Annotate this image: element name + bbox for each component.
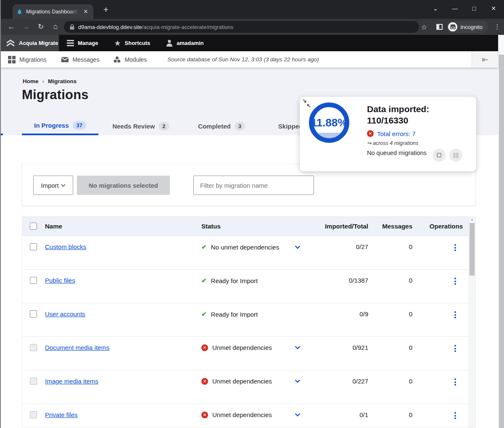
progress-ring: 11.88% bbox=[309, 102, 349, 143]
breadcrumb-current: Migrations bbox=[48, 78, 77, 84]
row-checkbox[interactable] bbox=[30, 344, 37, 351]
drupal-favicon-icon bbox=[16, 8, 23, 15]
imported-total-value: 0/227 bbox=[317, 378, 368, 385]
migration-link[interactable]: Custom blocks bbox=[45, 243, 86, 250]
operations-kebab-icon[interactable] bbox=[452, 277, 459, 286]
new-tab-button[interactable]: + bbox=[100, 5, 112, 15]
migration-link[interactable]: Private files bbox=[45, 411, 78, 418]
error-circle-icon: ✕ bbox=[367, 130, 374, 137]
import-progress-overlay: ↘ ↖ 11.88% Data imported: 110/16330 ✕ To… bbox=[300, 97, 476, 171]
tab-search-icon[interactable]: ⌄ bbox=[426, 5, 445, 12]
migration-link[interactable]: Image media items bbox=[45, 378, 98, 385]
browser-tab[interactable]: Migrations Dashboard | example ✕ bbox=[13, 4, 93, 19]
status-text: Ready for Import bbox=[211, 311, 258, 318]
grid-icon bbox=[8, 56, 16, 63]
nav-messages[interactable]: Messages bbox=[54, 56, 107, 63]
lock-icon[interactable] bbox=[70, 24, 74, 30]
nav-migrations[interactable]: Migrations bbox=[1, 56, 54, 63]
address-bar[interactable]: d9ama-ddevblog.ddev.site/acquia-migrate-… bbox=[64, 21, 419, 33]
expand-chevron-icon[interactable] bbox=[295, 379, 301, 383]
manage-label: Manage bbox=[78, 40, 98, 46]
forward-icon[interactable]: → bbox=[21, 22, 31, 31]
migration-link[interactable]: User accounts bbox=[45, 310, 85, 318]
tab-underline-fragment bbox=[1, 134, 3, 135]
acquia-migrate-brand[interactable]: Acquia Migrate bbox=[1, 35, 59, 51]
imported-total-value: 0/9 bbox=[317, 310, 368, 318]
table-body: Custom blocks ✔ ✕ No unmet dependencies … bbox=[22, 236, 475, 428]
tab-title: Migrations Dashboard | example bbox=[26, 8, 79, 15]
header-name: Name bbox=[45, 223, 201, 230]
view-tab[interactable]: In Progress 37 bbox=[22, 117, 98, 135]
migration-link[interactable]: Document media items bbox=[45, 344, 109, 351]
row-checkbox[interactable] bbox=[30, 310, 37, 318]
migration-link[interactable]: Public files bbox=[45, 277, 75, 284]
operations-kebab-icon[interactable] bbox=[452, 411, 459, 420]
operations-kebab-icon[interactable] bbox=[452, 344, 459, 353]
minimize-button[interactable]: — bbox=[445, 5, 464, 12]
header-operations: Operations bbox=[412, 223, 463, 230]
tab-label: In Progress bbox=[34, 122, 69, 129]
import-dropdown-button[interactable]: Import bbox=[33, 176, 73, 195]
page-scrollbar-thumb[interactable] bbox=[499, 55, 504, 428]
operations-kebab-icon[interactable] bbox=[452, 378, 459, 386]
nav-modules[interactable]: Modules bbox=[106, 56, 154, 63]
error-circle-icon: ✕ bbox=[201, 412, 208, 418]
pause-icon bbox=[454, 153, 458, 158]
chevron-down-icon bbox=[61, 184, 66, 187]
breadcrumb: Home › Migrations bbox=[23, 78, 77, 84]
table-scrollbar-thumb[interactable] bbox=[470, 223, 475, 276]
tab-count-badge: 37 bbox=[73, 121, 86, 130]
across-migrations-note: ↪ across 4 migrations bbox=[367, 140, 472, 146]
status-text: Ready for Import bbox=[211, 277, 258, 284]
close-window-button[interactable]: ✕ bbox=[484, 5, 503, 12]
tab-close-icon[interactable]: ✕ bbox=[82, 8, 90, 15]
header-imported-total: Imported/Total bbox=[317, 223, 368, 230]
maximize-button[interactable]: □ bbox=[464, 5, 484, 12]
tab-count-badge: 2 bbox=[158, 122, 169, 131]
filter-migrations-input[interactable] bbox=[193, 176, 314, 195]
view-tab[interactable]: Completed 3 bbox=[192, 117, 251, 135]
home-icon[interactable]: ⌂ bbox=[50, 22, 61, 31]
expand-chevron-icon[interactable] bbox=[295, 245, 301, 249]
tab-label: Needs Review bbox=[112, 123, 155, 130]
url-text: d9ama-ddevblog.ddev.site/acquia-migrate-… bbox=[78, 24, 233, 30]
imported-total-value: 0/1 bbox=[317, 411, 368, 418]
status-text: Unmet dependencies bbox=[212, 411, 272, 418]
expand-chevron-icon[interactable] bbox=[295, 346, 301, 349]
expand-chevron-icon[interactable] bbox=[295, 413, 301, 417]
status-text: Unmet dependencies bbox=[212, 378, 272, 385]
messages-count: 0 bbox=[368, 277, 412, 284]
side-panel-icon[interactable] bbox=[436, 24, 443, 30]
row-checkbox[interactable] bbox=[30, 411, 37, 418]
operations-kebab-icon[interactable] bbox=[452, 243, 459, 252]
status-text: No unmet dependencies bbox=[211, 244, 280, 251]
collapse-arrow-icon-2[interactable]: ↖ bbox=[306, 102, 311, 109]
operations-kebab-icon[interactable] bbox=[452, 310, 459, 319]
back-icon[interactable]: ← bbox=[6, 22, 16, 31]
star-icon: ★ bbox=[114, 39, 121, 47]
messages-count: 0 bbox=[368, 411, 412, 418]
row-checkbox[interactable] bbox=[30, 243, 37, 250]
total-errors-link[interactable]: Total errors: 7 bbox=[377, 130, 416, 137]
modules-icon bbox=[113, 56, 121, 63]
collapse-toolbar-button[interactable]: ⇤ bbox=[472, 51, 498, 68]
browser-menu-icon[interactable]: ⋮ bbox=[493, 23, 501, 31]
admin-manage[interactable]: Manage bbox=[59, 35, 106, 51]
pause-button[interactable] bbox=[449, 149, 462, 162]
view-tab[interactable]: Needs Review 2 bbox=[107, 117, 174, 135]
row-checkbox[interactable] bbox=[30, 378, 37, 385]
admin-shortcuts[interactable]: ★ Shortcuts bbox=[106, 35, 158, 51]
admin-user[interactable]: amadamin bbox=[158, 35, 211, 51]
breadcrumb-home[interactable]: Home bbox=[23, 78, 39, 84]
reload-icon[interactable]: ↻ bbox=[36, 22, 46, 31]
check-icon: ✔ bbox=[201, 243, 207, 251]
row-checkbox[interactable] bbox=[30, 277, 37, 284]
user-icon bbox=[166, 39, 173, 47]
table-scrollbar[interactable]: ▲ bbox=[468, 217, 475, 428]
stop-button[interactable] bbox=[433, 149, 446, 162]
select-all-checkbox[interactable] bbox=[30, 223, 37, 230]
bookmark-star-icon[interactable]: ☆ bbox=[419, 23, 429, 32]
page-scrollbar[interactable] bbox=[498, 35, 504, 428]
modules-label: Modules bbox=[124, 56, 147, 63]
scroll-up-arrow-icon[interactable]: ▲ bbox=[469, 218, 475, 221]
